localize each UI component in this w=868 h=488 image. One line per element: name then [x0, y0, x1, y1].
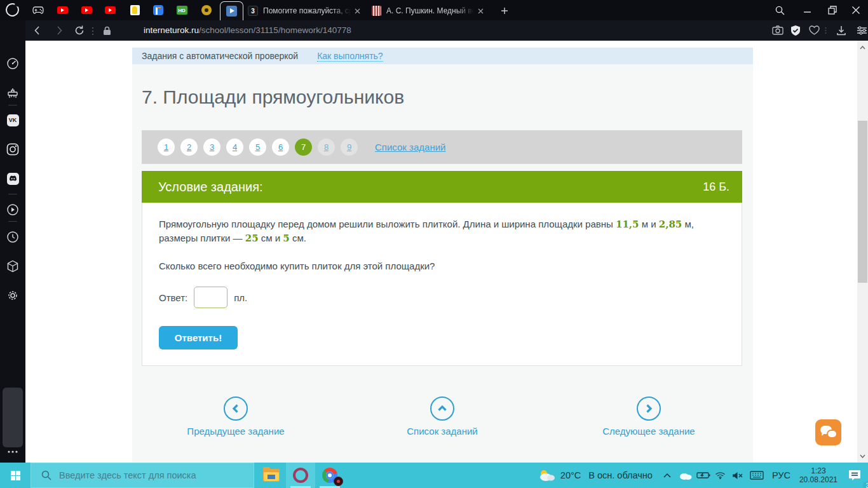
- sidebar-instagram-button[interactable]: [0, 140, 25, 159]
- question-text: Сколько всего необходимо купить плиток д…: [159, 261, 435, 271]
- close-tab-icon[interactable]: [478, 8, 484, 14]
- task-number-4[interactable]: 4: [226, 139, 243, 156]
- sidebar-more-button[interactable]: [0, 442, 25, 461]
- pinned-tab-youtube[interactable]: [81, 4, 92, 16]
- minimize-icon: [803, 6, 811, 15]
- close-window-button[interactable]: [842, 0, 868, 20]
- system-tray: 20°C В осн. облачно РУС 1:23 20.08.2021 …: [538, 463, 868, 488]
- minimize-button[interactable]: [793, 0, 821, 20]
- touch-keyboard-icon[interactable]: [747, 463, 767, 488]
- tab-znanija[interactable]: 3 Помогите пожалуйста, сро: [248, 3, 366, 19]
- onedrive-icon[interactable]: [677, 463, 695, 488]
- sidebar-vk-button[interactable]: VK: [0, 111, 25, 130]
- reload-icon: [74, 25, 85, 36]
- tab-title: Помогите пожалуйста, сро: [263, 6, 351, 15]
- bottom-task-nav: Предыдущее задание Список заданий Следую…: [142, 396, 742, 441]
- answer-label: Ответ:: [159, 292, 187, 303]
- previous-task-label: Предыдущее задание: [166, 426, 306, 437]
- task-number-1[interactable]: 1: [158, 139, 175, 156]
- page-scrollbar[interactable]: [857, 41, 868, 463]
- task-number-9[interactable]: 9: [341, 139, 358, 156]
- task-number-3[interactable]: 3: [203, 139, 220, 156]
- downloads-button[interactable]: [836, 25, 846, 36]
- notification-center-button[interactable]: 3: [841, 463, 868, 488]
- opera-gx-taskbar-button[interactable]: [286, 463, 315, 488]
- url-path: /school/lesson/31115/homework/140778: [199, 25, 351, 35]
- sidebar-history-button[interactable]: [0, 227, 25, 247]
- task-number-2[interactable]: 2: [180, 139, 198, 156]
- tab-interneturok-active[interactable]: [220, 1, 243, 20]
- taskbar-search-input[interactable]: [59, 470, 237, 480]
- task-list-link[interactable]: Список заданий: [375, 142, 445, 152]
- pinned-tab-kion[interactable]: [153, 4, 164, 16]
- youtube-icon: [57, 6, 68, 14]
- search-icon: [41, 470, 51, 480]
- submit-answer-button[interactable]: Ответить!: [159, 326, 238, 349]
- weather-temp[interactable]: 20°C: [560, 470, 581, 480]
- wifi-icon[interactable]: [712, 463, 729, 488]
- scroll-down-icon[interactable]: [857, 451, 868, 461]
- task-number-5[interactable]: 5: [249, 139, 266, 156]
- reload-button[interactable]: [74, 25, 85, 36]
- pinned-tab-youtube[interactable]: [57, 4, 68, 16]
- browser-search-button[interactable]: [766, 0, 794, 20]
- pinned-tab-simpsons[interactable]: [129, 4, 140, 16]
- pinned-tab-hd[interactable]: HD: [176, 4, 187, 16]
- task-number-7-active[interactable]: 7: [295, 139, 312, 156]
- new-tab-button[interactable]: [498, 3, 511, 19]
- tab-title: А. С. Пушкин. Медный вса: [386, 6, 474, 15]
- url-text[interactable]: interneturok.ru/school/lesson/31115/home…: [144, 25, 351, 35]
- pinned-tab-film[interactable]: [201, 4, 212, 16]
- back-button[interactable]: [32, 25, 43, 36]
- chat-bubble-icon: [828, 431, 836, 437]
- task-number-8[interactable]: 8: [318, 139, 335, 156]
- weather-icon[interactable]: [538, 463, 555, 488]
- discord-icon: [7, 173, 19, 185]
- taskbar-search-box[interactable]: [31, 463, 254, 488]
- tray-overflow-button[interactable]: [658, 463, 677, 488]
- site-security-lock-icon[interactable]: [103, 26, 111, 36]
- snapshot-button[interactable]: [772, 25, 783, 35]
- scrollbar-thumb[interactable]: [858, 121, 867, 283]
- answer-unit: пл.: [234, 292, 247, 303]
- youtube-icon: [81, 6, 92, 14]
- sidebar-cleaner-button[interactable]: [0, 84, 25, 103]
- pinned-tab-gamepad[interactable]: [32, 4, 44, 16]
- browser-settings-button[interactable]: [857, 25, 867, 36]
- battery-icon[interactable]: [695, 463, 712, 488]
- znanija-favicon-icon: 3: [248, 6, 258, 16]
- webpage-viewport: Задания с автоматической проверкой Как в…: [25, 41, 868, 463]
- sidebar-speed-dial-button[interactable]: [0, 54, 25, 73]
- close-tab-icon[interactable]: [355, 8, 360, 14]
- previous-task-button[interactable]: Предыдущее задание: [166, 396, 306, 437]
- sidebar-extensions-button[interactable]: [0, 257, 25, 276]
- how-to-link[interactable]: Как выполнять?: [317, 51, 383, 62]
- extensions-dots-icon[interactable]: [92, 27, 94, 36]
- sidebar-system-panel: [3, 388, 23, 447]
- chrome-taskbar-button[interactable]: [315, 463, 344, 488]
- tab-pushkin[interactable]: А. С. Пушкин. Медный вса: [372, 3, 490, 19]
- file-explorer-button[interactable]: [257, 463, 286, 488]
- separator-dots-icon: [825, 27, 827, 34]
- problem-text: Прямоугольную площадку перед домом решил…: [159, 217, 718, 245]
- bookmark-heart-button[interactable]: [809, 25, 820, 35]
- opera-gx-logo[interactable]: [4, 1, 20, 18]
- volume-muted-icon[interactable]: [729, 463, 747, 488]
- forward-button[interactable]: [53, 25, 65, 36]
- sidebar-player-button[interactable]: [0, 200, 25, 219]
- sidebar-discord-button[interactable]: [0, 169, 25, 188]
- language-indicator[interactable]: РУС: [772, 470, 790, 480]
- taskbar-clock[interactable]: 1:23 20.08.2021: [799, 466, 837, 484]
- settings-gear-icon: [6, 289, 19, 302]
- task-list-button[interactable]: Список заданий: [372, 396, 512, 437]
- weather-desc[interactable]: В осн. облачно: [588, 470, 653, 480]
- task-number-6[interactable]: 6: [272, 139, 289, 156]
- adblock-shield-button[interactable]: [790, 25, 801, 36]
- sidebar-settings-button[interactable]: [0, 286, 25, 305]
- start-button[interactable]: [0, 463, 31, 488]
- chat-widget-button[interactable]: [815, 419, 841, 445]
- scroll-up-icon[interactable]: [857, 42, 868, 53]
- answer-input[interactable]: [194, 287, 227, 308]
- pinned-tab-youtube[interactable]: [104, 4, 116, 16]
- next-task-button[interactable]: Следующее задание: [579, 396, 719, 437]
